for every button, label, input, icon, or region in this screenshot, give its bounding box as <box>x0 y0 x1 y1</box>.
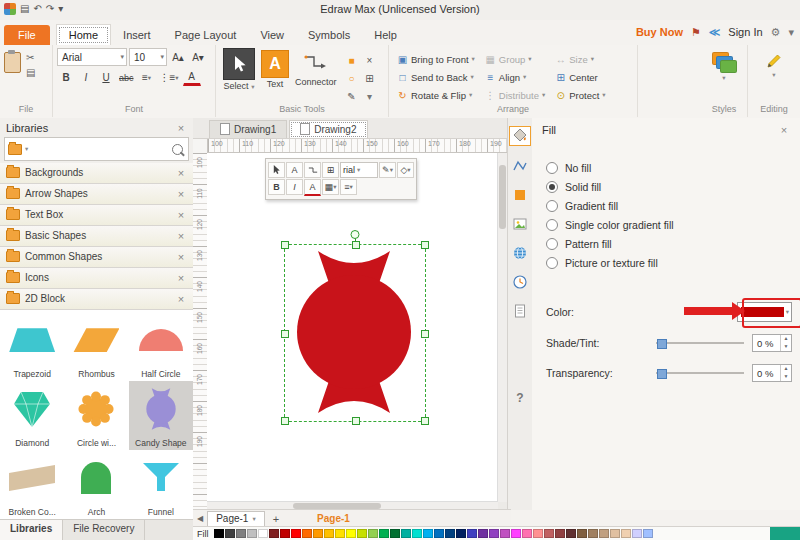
ribbon-tab-symbols[interactable]: Symbols <box>296 25 362 45</box>
palette-swatch[interactable] <box>522 529 532 538</box>
paste-icon[interactable] <box>4 52 21 73</box>
add-page-button[interactable]: + <box>269 513 283 525</box>
library-item-arrow-shapes[interactable]: Arrow Shapes× <box>0 184 193 205</box>
palette-swatch[interactable] <box>214 529 224 538</box>
palette-swatch[interactable] <box>390 529 400 538</box>
mini-table-button[interactable]: ⊞ <box>322 162 339 178</box>
palette-swatch[interactable] <box>478 529 488 538</box>
ribbon-tab-file[interactable]: File <box>4 25 50 45</box>
palette-swatch[interactable] <box>566 529 576 538</box>
note-tool-icon[interactable] <box>510 302 530 320</box>
library-search-input[interactable] <box>31 140 169 158</box>
vertical-scrollbar[interactable] <box>497 153 507 502</box>
share-icon[interactable]: ≪ <box>709 26 721 39</box>
close-icon[interactable]: × <box>175 167 187 179</box>
mini-font-combo[interactable]: rial▾ <box>340 162 378 178</box>
canvas-tab-drawing1[interactable]: Drawing1 <box>209 120 287 138</box>
arrange-distribute-button[interactable]: ⋮Distribute▾ <box>481 86 549 104</box>
fill-option-single-color-gradient-fill[interactable]: Single color gradient fill <box>546 219 674 231</box>
copy-icon[interactable]: ▤ <box>26 67 35 79</box>
palette-swatch[interactable] <box>357 529 367 538</box>
close-icon[interactable]: × <box>175 122 187 134</box>
history-tool-icon[interactable] <box>510 273 530 291</box>
resize-handle-e[interactable] <box>421 330 429 338</box>
settings-gear-icon[interactable]: ⚙ <box>771 26 781 39</box>
resize-handle-sw[interactable] <box>281 417 289 425</box>
image-tool-icon[interactable] <box>510 215 530 233</box>
resize-handle-s[interactable] <box>352 417 360 425</box>
shape-diamond[interactable]: Diamond <box>0 381 64 450</box>
palette-swatch[interactable] <box>379 529 389 538</box>
shape-funnel[interactable]: Funnel <box>129 450 193 519</box>
font-size-combo[interactable]: 10▾ <box>129 48 167 66</box>
transparency-slider[interactable] <box>656 368 744 378</box>
mini-fill-button[interactable]: ▦▾ <box>322 179 339 195</box>
close-icon[interactable]: × <box>175 230 187 242</box>
fill-option-gradient-fill[interactable]: Gradient fill <box>546 200 674 212</box>
text-tool-button[interactable]: A Text <box>261 48 289 104</box>
close-icon[interactable]: × <box>175 272 187 284</box>
palette-swatch[interactable] <box>280 529 290 538</box>
line-style-tool-icon[interactable] <box>510 157 530 175</box>
palette-swatch[interactable] <box>258 529 268 538</box>
shape-candy-shape[interactable]: Candy Shape <box>129 381 193 450</box>
strikethrough-button[interactable]: abc <box>117 69 136 86</box>
promotion-icon[interactable]: ⚑ <box>691 26 701 39</box>
ribbon-tab-view[interactable]: View <box>248 25 296 45</box>
mini-style-button[interactable]: ≡▾ <box>340 179 357 195</box>
palette-swatch[interactable] <box>632 529 642 538</box>
palette-swatch[interactable] <box>445 529 455 538</box>
bottom-tab-libraries[interactable]: Libraries <box>0 520 63 540</box>
shape-circle-wi[interactable]: Circle wi... <box>64 381 128 450</box>
mini-pen-button[interactable]: ✎▾ <box>379 162 396 178</box>
palette-swatch[interactable] <box>621 529 631 538</box>
decrease-font-icon[interactable]: A▾ <box>189 49 207 66</box>
shape-broken-co[interactable]: Broken Co... <box>0 450 64 519</box>
palette-swatch[interactable] <box>291 529 301 538</box>
palette-swatch[interactable] <box>236 529 246 538</box>
crop-icon[interactable]: ⊞ <box>362 70 378 86</box>
ribbon-tab-insert[interactable]: Insert <box>111 25 163 45</box>
ellipse-draw-icon[interactable]: ○ <box>344 70 360 86</box>
close-icon[interactable]: × <box>175 293 187 305</box>
library-item-basic-shapes[interactable]: Basic Shapes× <box>0 226 193 247</box>
pen-draw-icon[interactable]: ✎ <box>344 88 360 104</box>
shape-arch[interactable]: Arch <box>64 450 128 519</box>
settings-dropdown-icon[interactable]: ▾ <box>788 26 794 39</box>
arrange-align-button[interactable]: ≡Align▾ <box>481 68 549 86</box>
palette-swatch[interactable] <box>577 529 587 538</box>
arrange-group-button[interactable]: ▦Group▾ <box>481 50 549 68</box>
palette-swatch[interactable] <box>412 529 422 538</box>
mini-cursor-button[interactable] <box>268 162 285 178</box>
styles-button[interactable]: ▾ <box>701 45 747 104</box>
shape-trapezoid[interactable]: Trapezoid <box>0 312 64 381</box>
mini-italic-button[interactable]: I <box>286 179 303 195</box>
mini-bold-button[interactable]: B <box>268 179 285 195</box>
arrange-center-button[interactable]: ⊞Center <box>551 68 609 86</box>
ribbon-tab-page-layout[interactable]: Page Layout <box>163 25 249 45</box>
fill-option-picture-or-texture-fill[interactable]: Picture or texture fill <box>546 257 674 269</box>
palette-swatch[interactable] <box>247 529 257 538</box>
cut-icon[interactable]: ✂ <box>26 52 35 64</box>
mini-connector-button[interactable] <box>304 162 321 178</box>
arrange-protect-button[interactable]: ⊙Protect▾ <box>551 86 609 104</box>
fill-option-pattern-fill[interactable]: Pattern fill <box>546 238 674 250</box>
connector-tool-button[interactable]: Connector <box>295 48 337 104</box>
palette-swatch[interactable] <box>313 529 323 538</box>
palette-swatch[interactable] <box>324 529 334 538</box>
canvas-tab-drawing2[interactable]: Drawing2 <box>289 120 367 138</box>
palette-swatch[interactable] <box>434 529 444 538</box>
more-draw-icon[interactable]: ▾ <box>362 88 378 104</box>
palette-swatch[interactable] <box>643 529 653 538</box>
transparency-spinner[interactable]: 0 % ▲▼ <box>752 364 792 382</box>
palette-swatch[interactable] <box>511 529 521 538</box>
arrange-send-to-back-button[interactable]: □Send to Back▾ <box>393 68 479 86</box>
align-button[interactable]: ≡▾ <box>138 69 156 86</box>
rect-draw-icon[interactable]: ■ <box>344 52 360 68</box>
fill-option-solid-fill[interactable]: Solid fill <box>546 181 674 193</box>
resize-handle-se[interactable] <box>421 417 429 425</box>
palette-swatch[interactable] <box>456 529 466 538</box>
font-color-button[interactable]: A <box>183 70 201 86</box>
palette-swatch[interactable] <box>610 529 620 538</box>
mini-text-button[interactable]: A <box>286 162 303 178</box>
